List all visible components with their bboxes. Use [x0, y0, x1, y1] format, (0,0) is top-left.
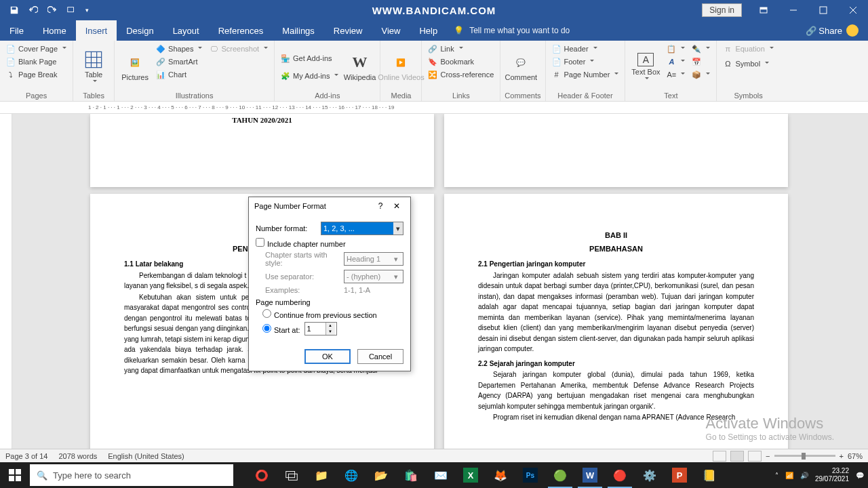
- bookmark-button[interactable]: 🔖Bookmark: [426, 56, 496, 68]
- dialog-titlebar[interactable]: Page Number Format ? ✕: [249, 197, 410, 215]
- comment-button[interactable]: 💬Comment: [505, 43, 537, 92]
- signature-line-button[interactable]: ✒️: [690, 43, 712, 55]
- close-button[interactable]: [838, 0, 868, 20]
- page-break-button[interactable]: ⤵Page Break: [4, 68, 68, 81]
- online-videos-button[interactable]: ▶️Online Videos: [384, 43, 417, 92]
- screenshot-button[interactable]: 🖵Screenshot: [207, 43, 270, 55]
- clock[interactable]: 23.22 29/07/2021: [815, 467, 849, 483]
- ok-button[interactable]: OK: [304, 349, 351, 364]
- status-language[interactable]: English (United States): [108, 452, 184, 460]
- zoom-level[interactable]: 67%: [848, 452, 863, 460]
- horizontal-ruler[interactable]: 1 · 2 · 1 · · · 1 · · · 2 · · · 3 · · · …: [0, 102, 868, 114]
- spinner-down[interactable]: ▼: [326, 329, 335, 335]
- share-button[interactable]: 🔗 Share: [806, 26, 842, 36]
- qat-more-button[interactable]: [62, 2, 80, 18]
- link-button[interactable]: 🔗Link: [426, 43, 496, 55]
- my-addins-button[interactable]: 🧩My Add-ins: [279, 70, 340, 82]
- object-button[interactable]: 📦: [690, 68, 712, 81]
- pictures-button[interactable]: 🖼️Pictures: [119, 43, 151, 92]
- zoom-slider[interactable]: [774, 455, 835, 457]
- undo-button[interactable]: [24, 2, 42, 18]
- status-page[interactable]: Page 3 of 14: [5, 452, 47, 460]
- tab-mailings[interactable]: Mailings: [273, 20, 324, 41]
- tell-me-search[interactable]: 💡 Tell me what you want to do: [454, 26, 570, 35]
- zoom-out-button[interactable]: −: [766, 452, 770, 460]
- taskbar-search[interactable]: 🔍 Type here to search: [30, 464, 233, 486]
- cancel-button[interactable]: Cancel: [357, 349, 403, 364]
- equation-button[interactable]: πEquation: [721, 43, 775, 55]
- start-at-input[interactable]: [305, 323, 326, 335]
- blank-page-button[interactable]: 📄Blank Page: [4, 56, 68, 68]
- tab-home[interactable]: Home: [33, 20, 76, 41]
- photoshop-icon[interactable]: Ps: [515, 462, 545, 488]
- tab-help[interactable]: Help: [410, 20, 447, 41]
- settings-icon[interactable]: ⚙️: [635, 462, 665, 488]
- table-button[interactable]: Table: [77, 43, 110, 92]
- drop-cap-button[interactable]: A≡: [665, 68, 687, 81]
- smiley-feedback-icon[interactable]: [846, 24, 859, 37]
- get-addins-button[interactable]: 🏪Get Add-ins: [279, 52, 340, 64]
- zoom-in-button[interactable]: +: [840, 452, 844, 460]
- chrome-icon[interactable]: 🟢: [545, 462, 575, 488]
- explorer-2-icon[interactable]: 📂: [366, 462, 396, 488]
- footer-button[interactable]: 📄Footer: [550, 56, 621, 68]
- powerpoint-icon[interactable]: P: [665, 462, 694, 488]
- tray-expand-icon[interactable]: ˄: [775, 472, 778, 479]
- qat-customize-button[interactable]: ▾: [81, 2, 92, 18]
- save-button[interactable]: [5, 2, 23, 18]
- date-time-button[interactable]: 📅: [690, 56, 712, 68]
- header-button[interactable]: 📄Header: [550, 43, 621, 55]
- page-number-button[interactable]: #Page Number: [550, 68, 621, 81]
- start-button[interactable]: [0, 462, 30, 488]
- number-format-select[interactable]: 1, 2, 3, ...: [321, 222, 403, 235]
- cross-reference-button[interactable]: 🔀Cross-reference: [426, 68, 496, 81]
- bandicam-icon[interactable]: 🔴: [605, 462, 635, 488]
- document-area[interactable]: TAHUN 2020/2021 PEN 1.1 Latar belakang P…: [12, 114, 868, 449]
- task-view-icon[interactable]: [277, 462, 307, 488]
- edge-icon[interactable]: 🌐: [336, 462, 366, 488]
- redo-button[interactable]: [43, 2, 61, 18]
- tab-file[interactable]: File: [0, 20, 33, 41]
- word-icon[interactable]: W: [575, 462, 605, 488]
- tab-review[interactable]: Review: [324, 20, 372, 41]
- status-words[interactable]: 2078 words: [58, 452, 97, 460]
- wifi-icon[interactable]: 📶: [785, 472, 793, 479]
- tab-view[interactable]: View: [372, 20, 410, 41]
- dialog-close-button[interactable]: ✕: [389, 201, 405, 211]
- notifications-icon[interactable]: 💬: [856, 472, 864, 479]
- smartart-button[interactable]: 🔗SmartArt: [154, 56, 204, 68]
- vertical-ruler[interactable]: [0, 114, 12, 449]
- quick-parts-button[interactable]: 📋: [665, 43, 687, 55]
- notes-icon[interactable]: 📒: [694, 462, 724, 488]
- ribbon-display-button[interactable]: [749, 0, 778, 20]
- cover-page-button[interactable]: 📄Cover Page: [4, 43, 68, 55]
- minimize-button[interactable]: [778, 0, 808, 20]
- maximize-button[interactable]: [808, 0, 838, 20]
- tab-insert[interactable]: Insert: [76, 20, 117, 41]
- shapes-button[interactable]: 🔷Shapes: [154, 43, 204, 55]
- volume-icon[interactable]: 🔊: [800, 472, 808, 479]
- wikipedia-button[interactable]: WWikipedia: [343, 43, 376, 92]
- sign-in-button[interactable]: Sign in: [702, 3, 742, 17]
- firefox-icon[interactable]: 🦊: [486, 462, 515, 488]
- start-at-radio[interactable]: Start at:: [262, 324, 300, 334]
- mail-icon[interactable]: ✉️: [426, 462, 456, 488]
- cortana-icon[interactable]: ⭕: [247, 462, 277, 488]
- continue-previous-radio[interactable]: Continue from previous section: [262, 309, 377, 319]
- spinner-up[interactable]: ▲: [326, 323, 335, 329]
- chart-button[interactable]: 📊Chart: [154, 68, 204, 81]
- wordart-button[interactable]: A: [665, 56, 687, 68]
- tab-references[interactable]: References: [209, 20, 273, 41]
- print-layout-button[interactable]: [730, 451, 744, 462]
- tab-design[interactable]: Design: [117, 20, 163, 41]
- dialog-help-button[interactable]: ?: [372, 201, 389, 211]
- text-box-button[interactable]: AText Box: [629, 43, 662, 92]
- store-icon[interactable]: 🛍️: [396, 462, 426, 488]
- web-layout-button[interactable]: [748, 451, 762, 462]
- read-mode-button[interactable]: [713, 451, 726, 462]
- include-chapter-checkbox[interactable]: Include chapter number: [256, 238, 346, 248]
- symbol-button[interactable]: ΩSymbol: [721, 58, 775, 70]
- tab-layout[interactable]: Layout: [163, 20, 209, 41]
- start-at-spinner[interactable]: ▲▼: [304, 322, 337, 336]
- file-explorer-icon[interactable]: 📁: [307, 462, 336, 488]
